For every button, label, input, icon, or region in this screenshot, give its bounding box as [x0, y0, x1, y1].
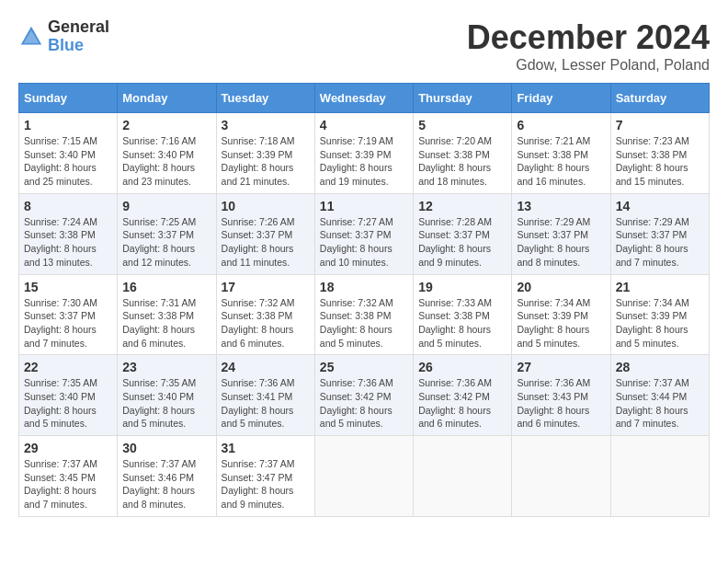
week-row-4: 22 Sunrise: 7:35 AMSunset: 3:40 PMDaylig…: [19, 355, 710, 436]
day-info: Sunrise: 7:29 AMSunset: 3:37 PMDaylight:…: [517, 216, 590, 268]
day-number: 15: [24, 280, 112, 294]
day-number: 27: [517, 360, 605, 374]
day-number: 23: [122, 360, 210, 374]
day-info: Sunrise: 7:31 AMSunset: 3:38 PMDaylight:…: [122, 297, 196, 349]
calendar-cell: 8 Sunrise: 7:24 AMSunset: 3:38 PMDayligh…: [19, 193, 118, 274]
header-day-thursday: Thursday: [414, 84, 512, 113]
header-day-tuesday: Tuesday: [216, 84, 314, 113]
month-title: December 2024: [467, 18, 710, 57]
week-row-1: 1 Sunrise: 7:15 AMSunset: 3:40 PMDayligh…: [19, 113, 710, 194]
day-number: 19: [418, 280, 506, 294]
calendar-cell: [610, 436, 709, 517]
calendar-cell: 6 Sunrise: 7:21 AMSunset: 3:38 PMDayligh…: [512, 113, 610, 194]
day-info: Sunrise: 7:32 AMSunset: 3:38 PMDaylight:…: [222, 297, 295, 349]
day-number: 12: [418, 199, 506, 213]
day-info: Sunrise: 7:28 AMSunset: 3:37 PMDaylight:…: [418, 216, 492, 268]
calendar-cell: 13 Sunrise: 7:29 AMSunset: 3:37 PMDaylig…: [512, 193, 610, 274]
calendar-cell: 18 Sunrise: 7:32 AMSunset: 3:38 PMDaylig…: [314, 274, 413, 355]
day-info: Sunrise: 7:33 AMSunset: 3:38 PMDaylight:…: [418, 297, 492, 349]
calendar-cell: 5 Sunrise: 7:20 AMSunset: 3:38 PMDayligh…: [414, 113, 512, 194]
day-info: Sunrise: 7:35 AMSunset: 3:40 PMDaylight:…: [24, 377, 97, 429]
day-info: Sunrise: 7:36 AMSunset: 3:43 PMDaylight:…: [517, 377, 590, 429]
calendar-cell: 30 Sunrise: 7:37 AMSunset: 3:46 PMDaylig…: [118, 436, 216, 517]
calendar-cell: [414, 436, 512, 517]
day-number: 8: [24, 199, 112, 213]
logo-blue: Blue: [48, 37, 109, 55]
logo-icon: [18, 24, 44, 50]
day-info: Sunrise: 7:29 AMSunset: 3:37 PMDaylight:…: [616, 216, 689, 268]
day-info: Sunrise: 7:23 AMSunset: 3:38 PMDaylight:…: [616, 135, 689, 187]
day-info: Sunrise: 7:36 AMSunset: 3:42 PMDaylight:…: [418, 377, 492, 429]
day-info: Sunrise: 7:36 AMSunset: 3:42 PMDaylight:…: [320, 377, 393, 429]
day-number: 9: [122, 199, 210, 213]
page-header: General Blue December 2024 Gdow, Lesser …: [18, 18, 710, 74]
day-info: Sunrise: 7:34 AMSunset: 3:39 PMDaylight:…: [616, 297, 689, 349]
day-info: Sunrise: 7:36 AMSunset: 3:41 PMDaylight:…: [222, 377, 295, 429]
calendar-cell: 17 Sunrise: 7:32 AMSunset: 3:38 PMDaylig…: [216, 274, 314, 355]
day-info: Sunrise: 7:16 AMSunset: 3:40 PMDaylight:…: [122, 135, 196, 187]
day-info: Sunrise: 7:18 AMSunset: 3:39 PMDaylight:…: [222, 135, 295, 187]
day-number: 2: [122, 118, 210, 132]
header-day-saturday: Saturday: [610, 84, 709, 113]
header-day-monday: Monday: [118, 84, 216, 113]
header-day-sunday: Sunday: [19, 84, 118, 113]
day-info: Sunrise: 7:30 AMSunset: 3:37 PMDaylight:…: [24, 297, 97, 349]
day-number: 7: [616, 118, 704, 132]
calendar-cell: 12 Sunrise: 7:28 AMSunset: 3:37 PMDaylig…: [414, 193, 512, 274]
calendar-cell: 11 Sunrise: 7:27 AMSunset: 3:37 PMDaylig…: [314, 193, 413, 274]
calendar-cell: 19 Sunrise: 7:33 AMSunset: 3:38 PMDaylig…: [414, 274, 512, 355]
day-info: Sunrise: 7:25 AMSunset: 3:37 PMDaylight:…: [122, 216, 196, 268]
calendar-header: SundayMondayTuesdayWednesdayThursdayFrid…: [19, 84, 710, 113]
day-info: Sunrise: 7:37 AMSunset: 3:47 PMDaylight:…: [222, 458, 295, 510]
calendar-cell: 14 Sunrise: 7:29 AMSunset: 3:37 PMDaylig…: [610, 193, 709, 274]
title-section: December 2024 Gdow, Lesser Poland, Polan…: [467, 18, 710, 74]
day-number: 14: [616, 199, 704, 213]
day-info: Sunrise: 7:32 AMSunset: 3:38 PMDaylight:…: [320, 297, 393, 349]
day-info: Sunrise: 7:15 AMSunset: 3:40 PMDaylight:…: [24, 135, 97, 187]
day-info: Sunrise: 7:37 AMSunset: 3:44 PMDaylight:…: [616, 377, 689, 429]
calendar-cell: 27 Sunrise: 7:36 AMSunset: 3:43 PMDaylig…: [512, 355, 610, 436]
calendar-cell: 15 Sunrise: 7:30 AMSunset: 3:37 PMDaylig…: [19, 274, 118, 355]
week-row-3: 15 Sunrise: 7:30 AMSunset: 3:37 PMDaylig…: [19, 274, 710, 355]
logo-text: General Blue: [48, 18, 109, 55]
day-info: Sunrise: 7:34 AMSunset: 3:39 PMDaylight:…: [517, 297, 590, 349]
day-number: 5: [418, 118, 506, 132]
day-number: 22: [24, 360, 112, 374]
day-info: Sunrise: 7:21 AMSunset: 3:38 PMDaylight:…: [517, 135, 590, 187]
day-number: 13: [517, 199, 605, 213]
day-number: 25: [320, 360, 408, 374]
day-number: 30: [122, 441, 210, 455]
week-row-2: 8 Sunrise: 7:24 AMSunset: 3:38 PMDayligh…: [19, 193, 710, 274]
day-info: Sunrise: 7:19 AMSunset: 3:39 PMDaylight:…: [320, 135, 393, 187]
week-row-5: 29 Sunrise: 7:37 AMSunset: 3:45 PMDaylig…: [19, 436, 710, 517]
calendar-cell: 24 Sunrise: 7:36 AMSunset: 3:41 PMDaylig…: [216, 355, 314, 436]
day-number: 6: [517, 118, 605, 132]
day-info: Sunrise: 7:37 AMSunset: 3:46 PMDaylight:…: [122, 458, 196, 510]
logo: General Blue: [18, 18, 109, 55]
day-number: 21: [616, 280, 704, 294]
calendar-cell: 9 Sunrise: 7:25 AMSunset: 3:37 PMDayligh…: [118, 193, 216, 274]
day-info: Sunrise: 7:37 AMSunset: 3:45 PMDaylight:…: [24, 458, 97, 510]
calendar-cell: 4 Sunrise: 7:19 AMSunset: 3:39 PMDayligh…: [314, 113, 413, 194]
day-number: 26: [418, 360, 506, 374]
calendar-cell: 29 Sunrise: 7:37 AMSunset: 3:45 PMDaylig…: [19, 436, 118, 517]
calendar-cell: 22 Sunrise: 7:35 AMSunset: 3:40 PMDaylig…: [19, 355, 118, 436]
location-title: Gdow, Lesser Poland, Poland: [467, 57, 710, 74]
calendar-cell: 20 Sunrise: 7:34 AMSunset: 3:39 PMDaylig…: [512, 274, 610, 355]
logo-general: General: [48, 18, 109, 37]
day-info: Sunrise: 7:26 AMSunset: 3:37 PMDaylight:…: [222, 216, 295, 268]
calendar-cell: 23 Sunrise: 7:35 AMSunset: 3:40 PMDaylig…: [118, 355, 216, 436]
day-number: 3: [222, 118, 310, 132]
header-row: SundayMondayTuesdayWednesdayThursdayFrid…: [19, 84, 710, 113]
day-info: Sunrise: 7:24 AMSunset: 3:38 PMDaylight:…: [24, 216, 97, 268]
calendar-cell: 21 Sunrise: 7:34 AMSunset: 3:39 PMDaylig…: [610, 274, 709, 355]
day-number: 28: [616, 360, 704, 374]
day-number: 16: [122, 280, 210, 294]
header-day-friday: Friday: [512, 84, 610, 113]
day-number: 4: [320, 118, 408, 132]
day-number: 24: [222, 360, 310, 374]
header-day-wednesday: Wednesday: [314, 84, 413, 113]
day-number: 20: [517, 280, 605, 294]
calendar-cell: 2 Sunrise: 7:16 AMSunset: 3:40 PMDayligh…: [118, 113, 216, 194]
calendar-cell: [512, 436, 610, 517]
